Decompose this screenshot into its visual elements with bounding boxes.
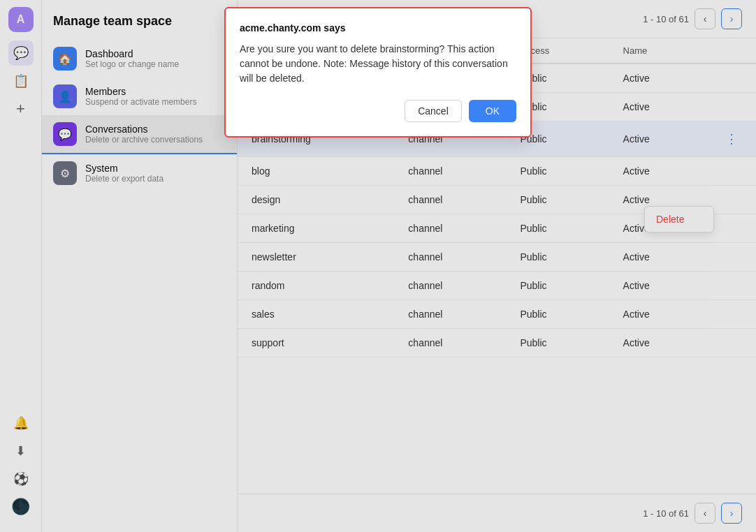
modal-actions: Cancel OK [240,100,516,122]
confirm-delete-modal: acme.chanty.com says Are you sure you wa… [224,7,532,138]
modal-title: acme.chanty.com says [240,22,516,34]
cancel-button[interactable]: Cancel [405,100,462,122]
ok-button[interactable]: OK [469,100,516,122]
modal-message: Are you sure you want to delete brainsto… [240,42,516,86]
modal-overlay: acme.chanty.com says Are you sure you wa… [0,0,756,532]
